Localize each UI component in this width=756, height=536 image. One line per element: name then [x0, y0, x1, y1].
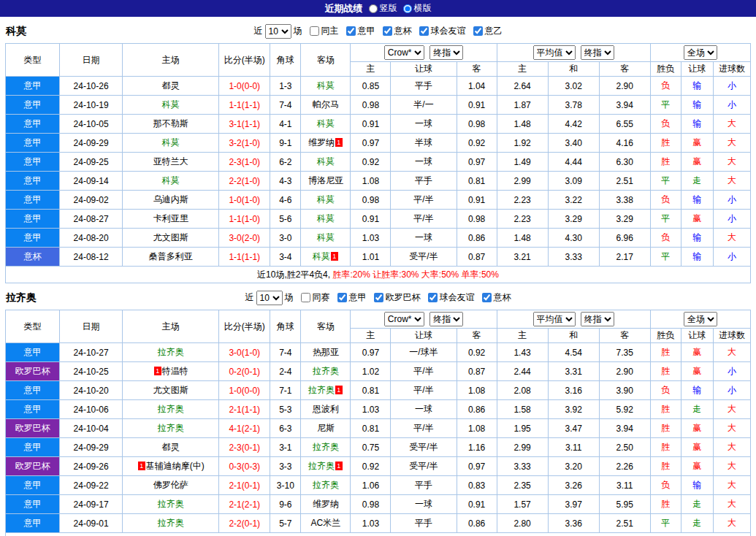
odds-type-select[interactable]: 终指 [429, 45, 463, 60]
team-name: 拉齐奥 [158, 518, 184, 528]
avg-cell: 1.43 [497, 343, 548, 362]
league-filter-friendly[interactable]: 球会友谊 [419, 25, 466, 37]
score-cell: 0-2(0-1) [219, 362, 270, 381]
away-team-cell[interactable]: 维罗纳1 [301, 134, 351, 153]
match-row: 欧罗巴杯24-10-04拉齐奥4-1(2-1)6-3尼斯0.81平/半1.081… [6, 419, 751, 438]
home-team-cell[interactable]: 亚特兰大 [123, 153, 219, 172]
vertical-radio[interactable] [369, 4, 378, 13]
result-cell: 胜 [650, 419, 681, 438]
league-filter-friendly[interactable]: 球会友谊 [428, 291, 475, 304]
avg-cell: 2.35 [497, 476, 548, 495]
scope-select[interactable]: 全场 [684, 45, 717, 60]
company-select[interactable]: Crow* [384, 312, 424, 326]
league-filter-serie-a[interactable]: 意甲 [337, 291, 367, 304]
away-team-cell[interactable]: AC米兰 [301, 514, 351, 533]
away-team-cell[interactable]: 科莫 [301, 191, 351, 210]
league-checkbox[interactable] [383, 26, 392, 36]
layout-radio-vertical[interactable]: 竖版 [369, 2, 397, 15]
result-cell: 负 [650, 115, 681, 134]
avg-type-select[interactable]: 终指 [581, 45, 614, 60]
home-team-cell[interactable]: 拉齐奥 [123, 514, 219, 533]
avg-cell: 1.87 [497, 96, 548, 115]
same-competition-filter[interactable]: 同赛 [301, 291, 330, 304]
league-checkbox[interactable] [374, 293, 383, 302]
average-select[interactable]: 平均值 [533, 45, 576, 60]
home-team-cell[interactable]: 拉齐奥 [123, 400, 219, 419]
col-score: 比分(半场) [219, 44, 270, 77]
league-filter-coppa[interactable]: 意杯 [482, 291, 511, 304]
home-team-cell[interactable]: 都灵 [123, 438, 219, 457]
away-team-cell[interactable]: 恩波利 [301, 400, 351, 419]
home-team-cell[interactable]: 佛罗伦萨 [123, 476, 219, 495]
layout-radio-horizontal[interactable]: 横版 [403, 2, 432, 15]
away-team-cell[interactable]: 科莫 [301, 210, 351, 229]
avg-cell: 2.23 [497, 191, 548, 210]
avg-cell: 6.96 [599, 229, 650, 248]
away-team-cell[interactable]: 维罗纳 [301, 495, 351, 514]
league-checkbox[interactable] [473, 26, 483, 36]
company-select[interactable]: Crow* [384, 45, 424, 60]
team-name: 科莫 [317, 156, 335, 166]
away-team-cell[interactable]: 拉齐奥 [301, 438, 351, 457]
home-team-cell[interactable]: 那不勒斯 [123, 115, 219, 134]
league-filter-serie-a[interactable]: 意甲 [346, 25, 375, 37]
home-team-cell[interactable]: 都灵 [123, 77, 219, 96]
away-team-cell[interactable]: 拉齐奥 [301, 362, 351, 381]
away-team-cell[interactable]: 科莫 [301, 229, 351, 248]
league-checkbox[interactable] [337, 293, 347, 302]
league-checkbox[interactable] [419, 26, 429, 36]
away-team-cell[interactable]: 博洛尼亚 [301, 172, 351, 191]
same-home-filter[interactable]: 同主 [310, 25, 339, 37]
home-team-cell[interactable]: 拉齐奥 [123, 343, 219, 362]
away-team-cell[interactable]: 热那亚 [301, 343, 351, 362]
team-name: 桑普多利亚 [149, 251, 193, 261]
same-competition-checkbox[interactable] [301, 293, 310, 302]
avg-type-select[interactable]: 终指 [581, 312, 614, 326]
home-team-cell[interactable]: 1基辅迪纳摩(中) [123, 457, 219, 476]
team-name: 科莫 [313, 251, 330, 261]
home-team-cell[interactable]: 拉齐奥 [123, 419, 219, 438]
horizontal-radio[interactable] [403, 4, 412, 13]
home-team-cell[interactable]: 拉齐奥 [123, 495, 219, 514]
avg-cell: 3.16 [548, 381, 599, 400]
team-name: 博洛尼亚 [308, 175, 343, 185]
league-checkbox[interactable] [346, 26, 356, 36]
away-team-cell[interactable]: 科莫 [301, 153, 351, 172]
league-checkbox[interactable] [482, 293, 492, 302]
away-team-cell[interactable]: 拉齐奥1 [301, 381, 351, 400]
team-name: 帕尔马 [313, 99, 339, 110]
recent-count-select[interactable]: 10 [265, 24, 291, 39]
result-cell: 平 [650, 96, 681, 115]
away-team-cell[interactable]: 帕尔马 [301, 96, 351, 115]
odds-cell: 1.03 [351, 400, 391, 419]
league-filter-serie-b[interactable]: 意乙 [473, 25, 503, 37]
away-team-cell[interactable]: 拉齐奥1 [301, 457, 351, 476]
recent-count-select[interactable]: 10 [256, 291, 283, 305]
odds-type-select[interactable]: 终指 [429, 312, 463, 326]
home-team-cell[interactable]: 科莫 [123, 96, 219, 115]
average-select[interactable]: 平均值 [533, 312, 576, 326]
league-checkbox[interactable] [428, 293, 438, 302]
home-team-cell[interactable]: 乌迪内斯 [123, 191, 219, 210]
home-team-cell[interactable]: 卡利亚里 [123, 210, 219, 229]
away-team-cell[interactable]: 尼斯 [301, 419, 351, 438]
home-team-cell[interactable]: 桑普多利亚 [123, 248, 219, 267]
away-team-cell[interactable]: 科莫 [301, 115, 351, 134]
avg-cell: 7.35 [599, 343, 650, 362]
away-team-cell[interactable]: 科莫1 [301, 248, 351, 267]
home-team-cell[interactable]: 科莫 [123, 134, 219, 153]
score-cell: 3-2(1-0) [219, 134, 270, 153]
same-home-checkbox[interactable] [310, 26, 319, 36]
home-team-cell[interactable]: 1特温特 [123, 362, 219, 381]
league-filter-coppa[interactable]: 意杯 [383, 25, 412, 37]
home-team-cell[interactable]: 尤文图斯 [123, 381, 219, 400]
home-team-cell[interactable]: 尤文图斯 [123, 229, 219, 248]
home-team-cell[interactable]: 科莫 [123, 172, 219, 191]
avg-cell: 3.11 [548, 438, 599, 457]
away-team-cell[interactable]: 拉齐奥 [301, 476, 351, 495]
team-name: 科莫 [317, 80, 335, 91]
scope-select[interactable]: 全场 [684, 312, 717, 326]
away-team-cell[interactable]: 科莫 [301, 77, 351, 96]
league-filter-europa[interactable]: 欧罗巴杯 [374, 291, 421, 304]
league-badge: 意甲 [6, 134, 60, 153]
